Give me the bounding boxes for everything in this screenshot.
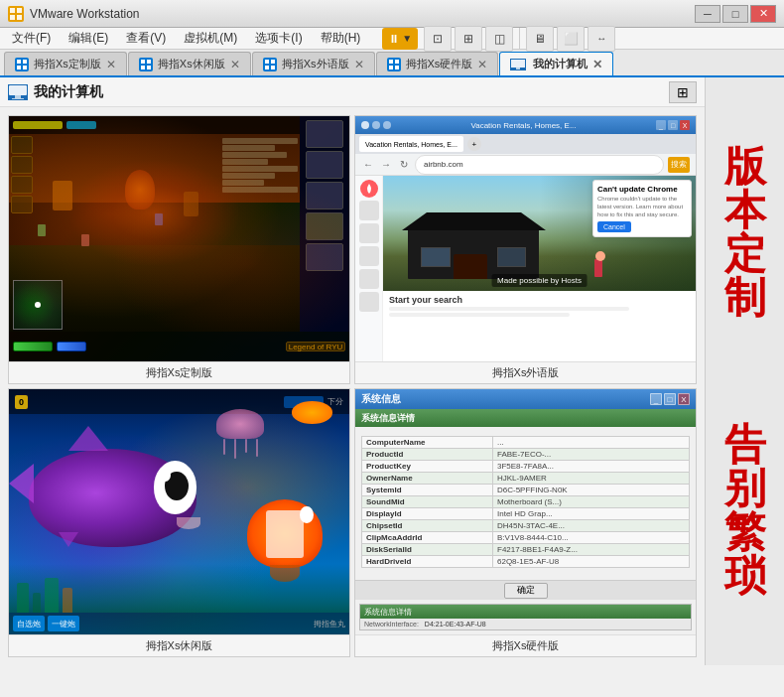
vm-cell-3[interactable]: 0 下分 [8, 388, 350, 657]
secondary-title: 系统信息详情 [364, 607, 412, 618]
pause-button[interactable]: ⏸ ▼ [382, 28, 418, 50]
sidebar-icon-5[interactable] [359, 292, 379, 312]
sub-toolbar: 我的计算机 ⊞ [0, 77, 705, 107]
menu-tabs[interactable]: 选项卡(I) [247, 29, 310, 49]
fish-screen: 0 下分 [9, 389, 349, 634]
tab-close-3[interactable]: ✕ [354, 59, 364, 70]
view-toggle-button[interactable]: ⊞ [669, 81, 697, 103]
tab-vm2[interactable]: 拇指Xs休闲版 ✕ [128, 52, 251, 75]
tab-icon-4 [387, 58, 401, 71]
tab-icon-3 [263, 58, 277, 71]
deco-group-1: 版 本 定 制 [724, 146, 766, 319]
new-tab-button[interactable]: + [467, 137, 481, 151]
sysinfo-close-btn[interactable]: X [678, 393, 690, 405]
toolbar-btn-2[interactable]: ⊞ [455, 26, 482, 52]
window-controls: ─ □ ✕ [695, 5, 776, 23]
fish-score: 0 [15, 395, 28, 409]
vm-cell-1[interactable]: Legend of RYU 拇指Xs定制版 [8, 115, 350, 384]
menu-file[interactable]: 文件(F) [4, 29, 59, 49]
vm-label-4: 拇指Xs硬件版 [355, 634, 696, 656]
table-row: ComputerName... [362, 437, 690, 449]
svg-rect-0 [10, 8, 15, 13]
deco-group-2: 告 别 繁 琐 [724, 424, 766, 597]
sysinfo-table: ComputerName... ProductIdFABE-7ECO-... P… [361, 436, 690, 568]
menu-edit[interactable]: 编辑(E) [61, 29, 116, 49]
browser-window-title: Vacation Rentals, Homes, E... [470, 121, 576, 130]
vm-cell-4[interactable]: 系统信息 _ □ X 系统信息详情 [354, 388, 697, 657]
sysinfo-min-btn[interactable]: _ [650, 393, 662, 405]
sidebar-icon-3[interactable] [359, 246, 379, 266]
vm-thumbnail-1: Legend of RYU [9, 116, 349, 361]
refresh-button[interactable]: ↻ [397, 158, 411, 172]
tab-mypc[interactable]: 我的计算机 ✕ [499, 52, 613, 75]
secondary-label: NetworkInterface: [364, 621, 419, 627]
url-bar[interactable]: airbnb.com [415, 155, 664, 175]
tab-close-1[interactable]: ✕ [106, 59, 116, 70]
forward-button[interactable]: → [379, 158, 393, 172]
menu-view[interactable]: 查看(V) [118, 29, 174, 49]
right-decoration-panel: 版 本 定 制 告 别 繁 琐 [705, 77, 784, 665]
fish-btn-1[interactable]: 自选炮 [13, 616, 45, 631]
tab-label-1: 拇指Xs定制版 [34, 57, 101, 71]
menu-help[interactable]: 帮助(H) [313, 29, 369, 49]
menu-bar: 文件(F) 编辑(E) 查看(V) 虚拟机(M) 选项卡(I) 帮助(H) ⏸ … [0, 28, 784, 50]
tab-icon-5 [510, 59, 526, 70]
vm-label-2: 拇指Xs外语版 [355, 361, 696, 383]
toolbar-btn-3[interactable]: ◫ [485, 26, 513, 52]
fish-btn-2[interactable]: 一键炮 [48, 616, 79, 631]
vm-cell-2[interactable]: Vacation Rentals, Homes, E... _ □ X Vaca… [354, 115, 697, 384]
toolbar-btn-5[interactable]: ⬜ [557, 26, 585, 52]
browser-screen: Vacation Rentals, Homes, E... _ □ X Vaca… [355, 116, 696, 361]
svg-rect-4 [17, 60, 21, 64]
vm-thumbnail-2: Vacation Rentals, Homes, E... _ □ X Vaca… [355, 116, 696, 361]
table-row: ClipMcaAddrIdB:V1V8-8444-C10... [362, 532, 690, 544]
svg-rect-22 [9, 85, 27, 95]
airbnb-logo [360, 180, 378, 198]
sidebar-icon-1[interactable] [359, 201, 379, 220]
tab-close-5[interactable]: ✕ [592, 59, 602, 70]
main-title: 我的计算机 [34, 83, 103, 101]
svg-rect-10 [141, 66, 145, 70]
table-row: HardDriveId62Q8-1E5-AF-U8 [362, 556, 690, 568]
browser-tab-item: Vacation Rentals, Homes, E... [359, 136, 463, 152]
airbnb-search-btn[interactable]: 搜索 [668, 157, 690, 173]
back-button[interactable]: ← [361, 158, 375, 172]
tab-icon-2 [139, 58, 153, 71]
minimize-button[interactable]: ─ [695, 5, 720, 23]
tab-vm1[interactable]: 拇指Xs定制版 ✕ [4, 52, 127, 75]
toolbar-btn-4[interactable]: 🖥 [526, 26, 554, 52]
sysinfo-screen: 系统信息 _ □ X 系统信息详情 [355, 389, 696, 634]
close-button[interactable]: ✕ [750, 5, 776, 23]
airbnb-caption: Made possible by Hosts [491, 274, 588, 287]
svg-rect-24 [12, 98, 24, 99]
table-row: ProductKey3F5E8-7FA8A... [362, 461, 690, 473]
maximize-button[interactable]: □ [722, 5, 748, 23]
menu-vm[interactable]: 虚拟机(M) [176, 29, 245, 49]
sub-title-area: 我的计算机 [8, 83, 103, 101]
game-screen: Legend of RYU [9, 116, 349, 361]
deco-char-2: 本 [724, 190, 766, 231]
svg-rect-17 [395, 60, 399, 64]
minimap [13, 280, 63, 330]
chrome-update-btn[interactable]: Cancel [597, 221, 631, 232]
vm-grid: Legend of RYU 拇指Xs定制版 [0, 107, 705, 665]
tab-vm3[interactable]: 拇指Xs外语版 ✕ [252, 52, 375, 75]
sidebar-icon-4[interactable] [359, 269, 379, 289]
sysinfo-max-btn[interactable]: □ [664, 393, 676, 405]
svg-rect-21 [516, 68, 520, 70]
tab-label-4: 拇指Xs硬件版 [406, 57, 473, 71]
app-title: VMware Workstation [30, 7, 139, 21]
toolbar-btn-6[interactable]: ↔ [588, 26, 615, 52]
tab-close-4[interactable]: ✕ [477, 59, 487, 70]
toolbar-btn-1[interactable]: ⊡ [424, 26, 452, 52]
sysinfo-ok-button[interactable]: 确定 [504, 583, 548, 599]
table-row: ProductIdFABE-7ECO-... [362, 449, 690, 461]
table-row: SoundMidMotherboard (S...) [362, 496, 690, 508]
main-panel: 我的计算机 ⊞ [0, 77, 705, 665]
tab-vm4[interactable]: 拇指Xs硬件版 ✕ [376, 52, 499, 75]
tab-label-5: 我的计算机 [533, 57, 588, 71]
tab-label-2: 拇指Xs休闲版 [158, 57, 225, 71]
sidebar-icon-2[interactable] [359, 223, 379, 243]
tab-close-2[interactable]: ✕ [230, 59, 240, 70]
svg-rect-8 [141, 60, 145, 64]
